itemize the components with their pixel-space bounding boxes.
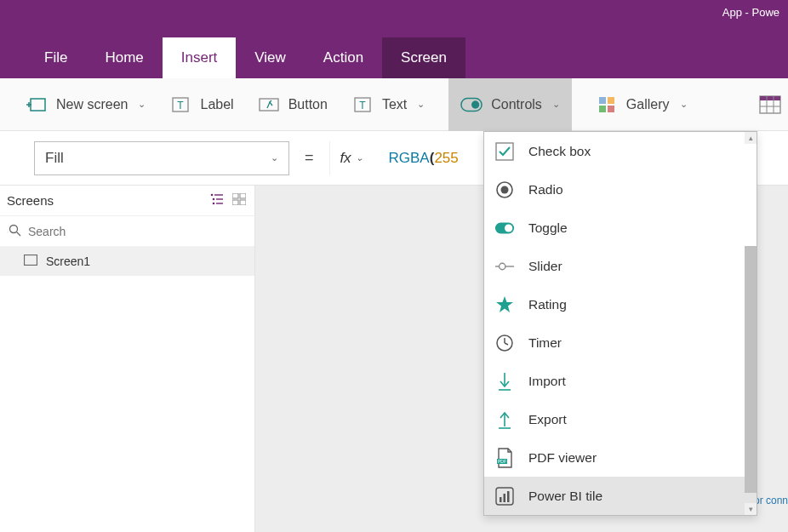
svg-rect-26 xyxy=(240,193,246,198)
formula-input[interactable]: RGBA(255 xyxy=(389,149,459,167)
scroll-down-icon[interactable]: ▾ xyxy=(745,503,757,515)
tab-home[interactable]: Home xyxy=(86,37,162,78)
svg-rect-12 xyxy=(599,106,606,112)
screens-header: Screens xyxy=(0,186,254,216)
svg-rect-31 xyxy=(25,255,37,266)
tab-screen[interactable]: Screen xyxy=(382,37,465,78)
svg-text:PDF: PDF xyxy=(498,458,506,463)
svg-point-34 xyxy=(501,186,509,193)
dropdown-label: Check box xyxy=(528,144,591,159)
controls-label: Controls xyxy=(491,97,542,112)
dropdown-label: Power BI tile xyxy=(528,489,602,504)
pdf-icon: PDF xyxy=(494,448,515,468)
scroll-up-icon[interactable]: ▴ xyxy=(745,132,757,144)
dropdown-item-slider[interactable]: Slider xyxy=(484,247,757,285)
chevron-down-icon: ⌄ xyxy=(356,152,363,163)
tab-insert[interactable]: Insert xyxy=(163,37,237,78)
dropdown-label: Slider xyxy=(528,259,562,274)
property-selector[interactable]: Fill ⌄ xyxy=(34,141,289,175)
equals-sign: = xyxy=(305,149,314,167)
chevron-down-icon: ⌄ xyxy=(680,99,688,110)
svg-rect-28 xyxy=(240,200,246,205)
screen-tree-item[interactable]: Screen1 xyxy=(0,247,254,276)
formula-function: RGBA xyxy=(389,150,430,166)
footer-link[interactable]: or conn xyxy=(754,495,788,506)
dropdown-item-pdf[interactable]: PDF PDF viewer xyxy=(484,438,757,477)
chevron-down-icon: ⌄ xyxy=(138,99,146,110)
screen-name: Screen1 xyxy=(46,255,90,268)
forms-button[interactable] xyxy=(759,94,781,116)
tab-view[interactable]: View xyxy=(236,37,305,78)
svg-point-29 xyxy=(10,225,18,232)
dropdown-label: Rating xyxy=(528,297,567,312)
ribbon: New screen ⌄ T Label Button T Text ⌄ Con… xyxy=(0,78,788,131)
dropdown-item-timer[interactable]: Timer xyxy=(484,323,757,362)
controls-dropdown: Check box Radio Toggle Slider Rating Tim… xyxy=(483,131,757,516)
text-button[interactable]: T Text ⌄ xyxy=(351,94,425,116)
dropdown-item-powerbi[interactable]: Power BI tile xyxy=(484,477,757,515)
chevron-down-icon: ⌄ xyxy=(417,99,425,110)
tree-view-icon[interactable] xyxy=(210,193,224,208)
clock-icon xyxy=(494,333,515,353)
label-icon: T xyxy=(169,94,191,116)
scroll-thumb[interactable] xyxy=(745,246,757,493)
button-button[interactable]: Button xyxy=(258,94,328,116)
svg-rect-49 xyxy=(500,497,502,502)
controls-button[interactable]: Controls ⌄ xyxy=(448,78,572,131)
label-button[interactable]: T Label xyxy=(169,94,233,116)
search-input[interactable] xyxy=(28,225,246,238)
svg-rect-20 xyxy=(214,194,223,195)
screens-title: Screens xyxy=(7,193,54,208)
menu-bar: File Home Insert View Action Screen xyxy=(0,24,788,78)
screens-panel: Screens Screen1 xyxy=(0,186,255,532)
dropdown-item-toggle[interactable]: Toggle xyxy=(484,209,757,247)
gallery-icon xyxy=(596,94,618,116)
dropdown-item-checkbox[interactable]: Check box xyxy=(484,132,757,170)
svg-rect-0 xyxy=(31,99,45,111)
new-screen-button[interactable]: New screen ⌄ xyxy=(26,94,146,116)
controls-icon xyxy=(460,94,483,116)
svg-rect-51 xyxy=(507,491,510,502)
export-icon xyxy=(494,409,515,430)
svg-rect-24 xyxy=(216,203,223,203)
button-label: Button xyxy=(288,97,328,112)
new-screen-icon xyxy=(26,94,48,116)
dropdown-scrollbar[interactable]: ▴ ▾ xyxy=(745,132,757,515)
dropdown-item-radio[interactable]: Radio xyxy=(484,170,757,209)
dropdown-item-export[interactable]: Export xyxy=(484,400,757,438)
dropdown-item-rating[interactable]: Rating xyxy=(484,285,757,323)
dropdown-item-import[interactable]: Import xyxy=(484,362,757,400)
svg-rect-25 xyxy=(232,193,238,198)
slider-icon xyxy=(494,256,515,277)
svg-line-30 xyxy=(17,232,21,236)
svg-rect-11 xyxy=(608,97,614,104)
new-screen-label: New screen xyxy=(56,97,128,112)
svg-rect-27 xyxy=(232,200,238,205)
radio-icon xyxy=(494,180,515,200)
star-icon xyxy=(494,295,515,315)
svg-text:T: T xyxy=(178,100,185,112)
dropdown-label: Timer xyxy=(528,335,562,351)
property-name: Fill xyxy=(45,150,64,167)
chevron-down-icon: ⌄ xyxy=(271,152,278,163)
text-label: Text xyxy=(382,97,407,112)
chevron-down-icon: ⌄ xyxy=(552,99,560,110)
tab-action[interactable]: Action xyxy=(305,37,382,78)
formula-arg: 255 xyxy=(434,150,458,166)
gallery-label: Gallery xyxy=(626,97,670,112)
table-icon xyxy=(759,94,781,116)
title-bar: App - Powe xyxy=(0,0,788,24)
gallery-button[interactable]: Gallery ⌄ xyxy=(596,94,688,116)
thumbnail-view-icon[interactable] xyxy=(232,193,246,208)
tab-file[interactable]: File xyxy=(26,37,86,78)
toggle-icon xyxy=(494,218,515,238)
fx-button[interactable]: fx⌄ xyxy=(329,141,374,175)
svg-rect-32 xyxy=(496,143,513,160)
screen-icon xyxy=(24,255,37,268)
label-label: Label xyxy=(200,97,233,112)
search-box[interactable] xyxy=(0,216,254,247)
svg-line-41 xyxy=(505,343,508,345)
button-icon xyxy=(258,94,280,116)
svg-rect-10 xyxy=(599,97,606,104)
svg-point-36 xyxy=(505,224,512,232)
